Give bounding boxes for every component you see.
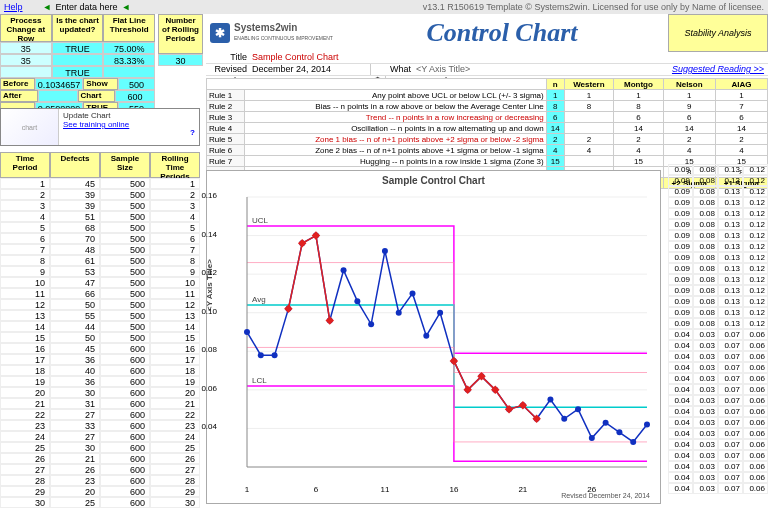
table-cell[interactable]: 1 bbox=[150, 178, 200, 189]
table-cell[interactable]: 12 bbox=[0, 299, 50, 310]
table-cell[interactable]: 500 bbox=[100, 200, 150, 211]
table-cell[interactable]: 500 bbox=[100, 321, 150, 332]
table-cell[interactable]: 75.00% bbox=[103, 42, 155, 54]
table-cell[interactable]: 35 bbox=[0, 54, 52, 66]
rule-n[interactable]: 2 bbox=[546, 134, 564, 145]
table-cell[interactable]: 2 bbox=[0, 189, 50, 200]
table-cell[interactable]: 29 bbox=[0, 486, 50, 497]
table-cell[interactable]: 500 bbox=[100, 255, 150, 266]
rule-n[interactable]: 1 bbox=[546, 90, 564, 101]
table-cell[interactable]: 8 bbox=[0, 255, 50, 266]
table-cell[interactable]: 30 bbox=[150, 497, 200, 508]
table-cell[interactable]: 16 bbox=[0, 343, 50, 354]
table-cell[interactable]: 9 bbox=[150, 266, 200, 277]
table-cell[interactable]: TRUE bbox=[52, 66, 104, 78]
table-cell[interactable]: 36 bbox=[50, 354, 100, 365]
table-cell[interactable]: 500 bbox=[100, 222, 150, 233]
table-cell[interactable]: 50 bbox=[50, 299, 100, 310]
table-cell[interactable] bbox=[52, 54, 104, 66]
table-cell[interactable]: 3 bbox=[150, 200, 200, 211]
table-cell[interactable]: 28 bbox=[150, 475, 200, 486]
table-cell[interactable]: 11 bbox=[0, 288, 50, 299]
table-cell[interactable]: 55 bbox=[50, 310, 100, 321]
table-cell[interactable]: 3 bbox=[0, 200, 50, 211]
table-cell[interactable]: 24 bbox=[0, 431, 50, 442]
table-cell[interactable]: 44 bbox=[50, 321, 100, 332]
table-cell[interactable]: 600 bbox=[100, 343, 150, 354]
table-cell[interactable]: 500 bbox=[100, 244, 150, 255]
table-cell[interactable]: 36 bbox=[50, 376, 100, 387]
table-cell[interactable]: 66 bbox=[50, 288, 100, 299]
table-cell[interactable]: 50 bbox=[50, 332, 100, 343]
table-cell[interactable]: 10 bbox=[150, 277, 200, 288]
table-cell[interactable] bbox=[0, 66, 52, 78]
table-cell[interactable]: 17 bbox=[150, 354, 200, 365]
table-cell[interactable]: 20 bbox=[50, 486, 100, 497]
table-cell[interactable]: 20 bbox=[150, 387, 200, 398]
table-cell[interactable]: 39 bbox=[50, 200, 100, 211]
table-cell[interactable]: 18 bbox=[0, 365, 50, 376]
rule-n[interactable]: 14 bbox=[546, 123, 564, 134]
table-cell[interactable]: 6 bbox=[0, 233, 50, 244]
table-cell[interactable]: 13 bbox=[0, 310, 50, 321]
table-cell[interactable]: 24 bbox=[150, 431, 200, 442]
table-cell[interactable]: 27 bbox=[0, 464, 50, 475]
table-cell[interactable]: 23 bbox=[150, 420, 200, 431]
suggested-reading-link[interactable]: Suggested Reading >> bbox=[668, 64, 768, 75]
table-cell[interactable]: 600 bbox=[100, 365, 150, 376]
table-cell[interactable]: 500 bbox=[100, 288, 150, 299]
table-cell[interactable]: 29 bbox=[150, 486, 200, 497]
table-cell[interactable]: 600 bbox=[100, 398, 150, 409]
table-cell[interactable]: 13 bbox=[150, 310, 200, 321]
table-cell[interactable]: 25 bbox=[50, 497, 100, 508]
help-link[interactable]: Help bbox=[4, 2, 23, 12]
table-cell[interactable]: 600 bbox=[100, 486, 150, 497]
table-cell[interactable]: 15 bbox=[0, 332, 50, 343]
table-cell[interactable]: 28 bbox=[0, 475, 50, 486]
table-cell[interactable]: 600 bbox=[115, 90, 155, 102]
table-cell[interactable]: 5 bbox=[150, 222, 200, 233]
table-cell[interactable]: 45 bbox=[50, 178, 100, 189]
table-cell[interactable]: 9 bbox=[0, 266, 50, 277]
table-cell[interactable]: 5 bbox=[0, 222, 50, 233]
table-cell[interactable]: 15 bbox=[150, 332, 200, 343]
table-cell[interactable]: 27 bbox=[50, 409, 100, 420]
training-link[interactable]: See training online bbox=[63, 120, 129, 129]
table-cell[interactable]: 600 bbox=[100, 475, 150, 486]
help-icon[interactable]: ? bbox=[190, 128, 195, 137]
table-cell[interactable]: 6 bbox=[150, 233, 200, 244]
table-cell[interactable]: 0.1034657 bbox=[35, 78, 84, 90]
table-cell[interactable]: 47 bbox=[50, 277, 100, 288]
table-cell[interactable]: 17 bbox=[0, 354, 50, 365]
table-cell[interactable]: 83.33% bbox=[103, 54, 155, 66]
table-cell[interactable]: 53 bbox=[50, 266, 100, 277]
rolling-value[interactable]: 30 bbox=[158, 54, 203, 66]
table-cell[interactable]: 39 bbox=[50, 189, 100, 200]
table-cell[interactable]: 51 bbox=[50, 211, 100, 222]
table-cell[interactable]: 12 bbox=[150, 299, 200, 310]
table-cell[interactable]: 70 bbox=[50, 233, 100, 244]
table-cell[interactable]: 25 bbox=[0, 442, 50, 453]
table-cell[interactable]: 600 bbox=[100, 354, 150, 365]
table-cell[interactable]: 14 bbox=[0, 321, 50, 332]
table-cell[interactable]: 600 bbox=[100, 442, 150, 453]
table-cell[interactable]: 500 bbox=[100, 310, 150, 321]
table-cell[interactable]: 26 bbox=[0, 453, 50, 464]
table-cell[interactable]: 30 bbox=[50, 387, 100, 398]
table-cell[interactable]: 16 bbox=[150, 343, 200, 354]
table-cell[interactable]: 600 bbox=[100, 409, 150, 420]
update-chart-box[interactable]: chart Update Chart See training online ? bbox=[0, 108, 200, 146]
table-cell[interactable]: 500 bbox=[100, 178, 150, 189]
table-cell[interactable]: 19 bbox=[0, 376, 50, 387]
table-cell[interactable]: 600 bbox=[100, 387, 150, 398]
table-cell[interactable]: 23 bbox=[0, 420, 50, 431]
rule-n[interactable]: 15 bbox=[546, 156, 564, 167]
table-cell[interactable]: 600 bbox=[100, 376, 150, 387]
table-cell[interactable]: 600 bbox=[100, 420, 150, 431]
table-cell[interactable]: 30 bbox=[0, 497, 50, 508]
table-cell[interactable] bbox=[103, 66, 155, 78]
table-cell[interactable]: 30 bbox=[50, 442, 100, 453]
table-cell[interactable]: 40 bbox=[50, 365, 100, 376]
table-cell[interactable]: 26 bbox=[50, 464, 100, 475]
table-cell[interactable]: 500 bbox=[100, 277, 150, 288]
